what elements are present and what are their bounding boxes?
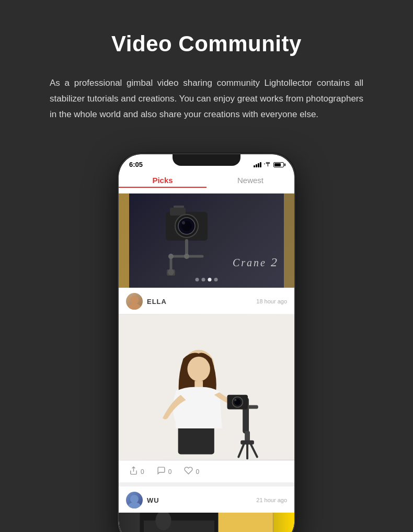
dot-2: [202, 278, 205, 281]
avatar-ella: [126, 293, 143, 310]
svg-point-5: [182, 221, 185, 224]
share-icon: [129, 466, 138, 477]
svg-point-34: [130, 495, 139, 503]
svg-point-12: [168, 254, 174, 259]
svg-rect-38: [144, 520, 214, 532]
description-section: As a professional gimbal video sharing c…: [50, 75, 363, 122]
description-text: As a professional gimbal video sharing c…: [50, 75, 363, 122]
post-wu: WU 21 hour ago: [119, 486, 294, 532]
svg-rect-37: [219, 513, 273, 532]
action-comment[interactable]: 0: [157, 466, 172, 477]
post-ella-header: ELLA 18 hour ago: [119, 288, 294, 314]
username-wu: WU: [147, 496, 159, 504]
phone-notch: [173, 154, 240, 166]
post-ella-scene: [119, 314, 294, 460]
product-name-text: Crane 2: [233, 255, 279, 269]
svg-point-13: [168, 269, 174, 275]
svg-point-20: [187, 357, 210, 381]
banner-dots: [196, 278, 218, 281]
svg-rect-1: [170, 208, 186, 216]
svg-rect-28: [245, 431, 250, 442]
dot-4: [214, 278, 218, 281]
action-share[interactable]: 0: [129, 466, 144, 477]
battery-icon: [273, 162, 284, 167]
share-count: 0: [141, 468, 144, 476]
status-icons: ⋅〒: [254, 161, 284, 168]
svg-point-15: [128, 303, 141, 310]
like-count: 0: [196, 468, 199, 476]
comment-count: 0: [168, 468, 172, 476]
wifi-icon: ⋅〒: [263, 161, 271, 168]
post-ella-image: [119, 314, 294, 460]
phone-container: 6:05 ⋅〒: [118, 153, 295, 532]
featured-banner: Crane 2: [119, 194, 294, 288]
post-wu-image: [119, 513, 294, 532]
post-ella-time: 18 hour ago: [256, 298, 287, 304]
gimbal-icon: [134, 196, 239, 280]
action-like[interactable]: 0: [184, 466, 199, 477]
post-ella-user: ELLA: [126, 293, 167, 310]
page-title: Video Community: [111, 31, 302, 56]
post-wu-user: WU: [126, 492, 159, 508]
phone-mockup: 6:05 ⋅〒: [118, 153, 295, 532]
username-ella: ELLA: [147, 298, 167, 305]
post-wu-scene: [119, 513, 294, 532]
svg-point-35: [128, 502, 141, 508]
status-time: 6:05: [129, 161, 143, 168]
svg-point-14: [130, 296, 139, 304]
dot-1: [196, 278, 199, 281]
dot-3: [208, 278, 212, 281]
banner-side-right: [284, 194, 294, 288]
heart-icon: [184, 466, 193, 477]
avatar-wu: [126, 492, 143, 508]
signal-icon: [254, 162, 261, 167]
avatar-wu-img: [126, 492, 143, 508]
post-wu-header: WU 21 hour ago: [119, 486, 294, 513]
phone-screen: 6:05 ⋅〒: [119, 154, 294, 532]
post-ella: ELLA 18 hour ago: [119, 288, 294, 486]
post-wu-time: 21 hour ago: [256, 497, 287, 503]
svg-rect-6: [174, 206, 184, 208]
post-ella-actions: 0 0: [119, 460, 294, 482]
comment-icon: [157, 466, 166, 477]
tab-newest[interactable]: Newest: [206, 176, 294, 188]
banner-side-left: [119, 194, 129, 288]
title-section: Video Community: [111, 31, 302, 56]
page-wrapper: Video Community As a professional gimbal…: [0, 0, 413, 532]
svg-point-11: [184, 254, 189, 259]
avatar-ella-img: [126, 293, 143, 310]
svg-point-27: [234, 399, 236, 401]
tab-bar: Picks Newest: [119, 172, 294, 194]
tab-picks[interactable]: Picks: [119, 176, 206, 188]
